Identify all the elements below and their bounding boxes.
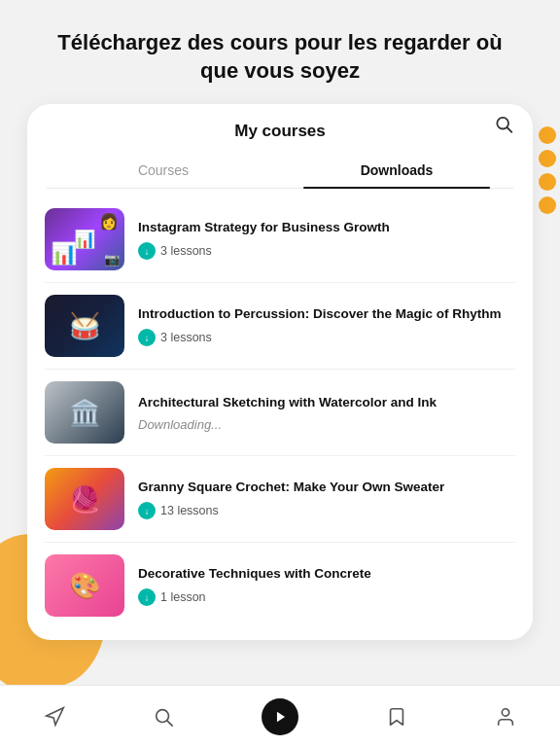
nav-play[interactable] (246, 689, 314, 745)
tab-courses[interactable]: Courses (47, 153, 280, 188)
svg-point-6 (502, 708, 508, 715)
list-item[interactable]: 🥁 Introduction to Percussion: Discover t… (27, 283, 533, 369)
bottom-navigation (0, 685, 560, 747)
course-info: Decorative Techniques with Concrete ↓ 1 … (138, 565, 515, 606)
course-thumbnail: 🥁 (45, 295, 124, 357)
list-item[interactable]: 🏛️ Architectural Sketching with Watercol… (27, 370, 533, 455)
course-info: Introduction to Percussion: Discover the… (138, 305, 515, 346)
download-icon: ↓ (138, 502, 156, 519)
svg-line-4 (167, 721, 172, 726)
list-item[interactable]: 🎨 Decorative Techniques with Concrete ↓ … (27, 543, 533, 628)
course-list: 👩 📊 📷 Instagram Strategy for Business Gr… (27, 189, 533, 628)
course-title: Granny Square Crochet: Make Your Own Swe… (138, 479, 515, 496)
search-button[interactable] (494, 107, 513, 139)
course-info: Granny Square Crochet: Make Your Own Swe… (138, 479, 515, 519)
tab-bar: Courses Downloads (47, 153, 513, 189)
course-info: Instagram Strategy for Business Growth ↓… (138, 219, 515, 260)
download-icon: ↓ (138, 242, 156, 260)
course-meta: ↓ 1 lesson (138, 588, 515, 606)
svg-marker-5 (277, 711, 285, 722)
course-title: Architectural Sketching with Watercolor … (138, 394, 515, 411)
course-meta: ↓ 13 lessons (138, 502, 515, 519)
course-info: Architectural Sketching with Watercolor … (138, 394, 515, 432)
download-icon: ↓ (138, 588, 156, 606)
nav-navigate[interactable] (28, 696, 81, 737)
nav-bookmark[interactable] (370, 696, 423, 737)
nav-profile[interactable] (479, 696, 532, 737)
list-item[interactable]: 👩 📊 📷 Instagram Strategy for Business Gr… (27, 196, 533, 282)
course-thumbnail: 🧶 (45, 468, 124, 530)
page-title: Téléchargez des cours pour les regarder … (0, 0, 560, 104)
svg-line-1 (508, 127, 512, 132)
course-title: Instagram Strategy for Business Growth (138, 219, 515, 236)
decorative-dots (539, 126, 560, 214)
course-thumbnail: 🏛️ (45, 381, 124, 444)
nav-search[interactable] (137, 696, 190, 737)
list-item[interactable]: 🧶 Granny Square Crochet: Make Your Own S… (27, 456, 533, 542)
course-thumbnail: 👩 📊 📷 (45, 208, 124, 270)
tab-downloads[interactable]: Downloads (280, 153, 513, 188)
course-title: Introduction to Percussion: Discover the… (138, 305, 515, 323)
card-title: My courses (234, 122, 326, 141)
play-button[interactable] (262, 698, 298, 735)
course-meta: ↓ 3 lessons (138, 329, 515, 346)
course-meta: Downloading... (138, 417, 515, 432)
card-header: My courses (27, 104, 533, 141)
course-title: Decorative Techniques with Concrete (138, 565, 515, 583)
main-card: My courses Courses Downloads 👩 📊 📷 (27, 104, 533, 640)
download-icon: ↓ (138, 329, 156, 346)
course-thumbnail: 🎨 (45, 554, 124, 617)
svg-marker-2 (47, 707, 63, 724)
course-meta: ↓ 3 lessons (138, 242, 515, 260)
